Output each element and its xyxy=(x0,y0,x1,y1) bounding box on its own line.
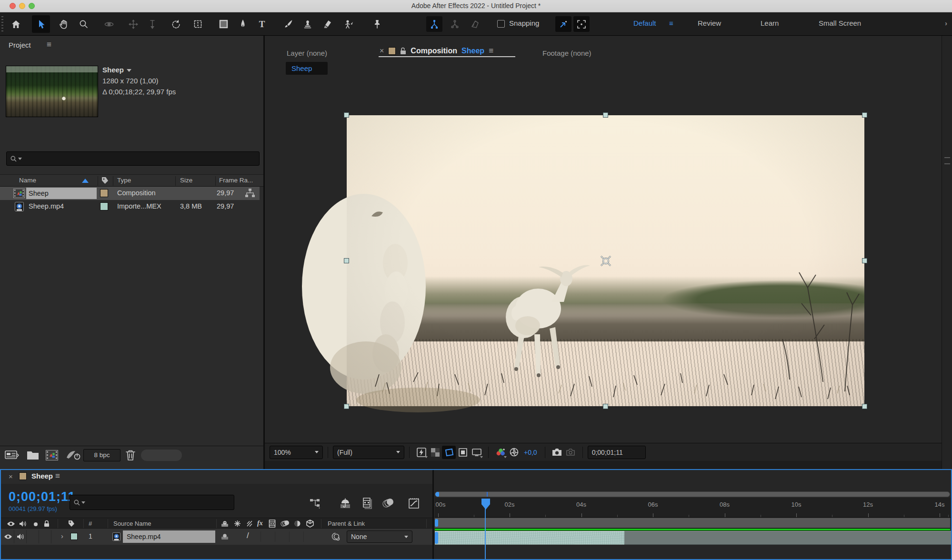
roto-brush-tool-button[interactable] xyxy=(340,15,358,33)
item-name-caret-icon[interactable] xyxy=(127,69,131,72)
resolution-select[interactable]: (Full) xyxy=(333,446,404,459)
parent-pickwhip-icon[interactable] xyxy=(331,532,340,540)
unlock-icon[interactable] xyxy=(400,47,406,55)
work-area-bar[interactable] xyxy=(435,518,950,528)
audio-icon[interactable] xyxy=(19,520,27,527)
channel-button[interactable] xyxy=(493,446,507,459)
region-of-interest-button[interactable] xyxy=(456,446,470,459)
take-snapshot-button[interactable] xyxy=(550,446,564,459)
toolbar-drag-handle[interactable] xyxy=(1,16,3,32)
motion-blur-button[interactable] xyxy=(381,497,395,510)
frame-blending-button[interactable] xyxy=(360,497,374,510)
new-folder-icon[interactable] xyxy=(27,450,39,460)
project-row-footage[interactable]: Sheep.mp4 Importe...MEX 3,8 MB 29,97 xyxy=(0,200,260,213)
dolly-camera-tool-button[interactable] xyxy=(143,15,161,33)
parent-link-select[interactable]: None xyxy=(347,530,412,543)
composition-name-cell[interactable]: Sheep xyxy=(26,188,97,199)
project-footer-scroll-pill[interactable] xyxy=(141,450,182,461)
project-item-thumbnail[interactable] xyxy=(6,66,98,117)
viewer-timecode-display[interactable]: 0;00;01;11 xyxy=(588,446,646,459)
composition-canvas-image[interactable] xyxy=(347,115,864,406)
project-row-composition[interactable]: Sheep Composition 29,97 xyxy=(0,187,260,200)
column-header-index[interactable]: # xyxy=(89,520,92,527)
pan-behind-tool-button[interactable] xyxy=(189,15,207,33)
column-header-name[interactable]: Name xyxy=(19,177,36,184)
navigator-start-handle[interactable] xyxy=(435,492,439,497)
search-options-caret-icon[interactable] xyxy=(18,158,22,160)
graph-editor-button[interactable] xyxy=(407,497,421,510)
layer-shy-icon[interactable] xyxy=(221,533,229,540)
layer-row[interactable]: › 1 Sheep.mp4 / None xyxy=(1,529,432,545)
fast-previews-button[interactable] xyxy=(414,446,428,459)
composition-mini-flowchart-button[interactable] xyxy=(308,497,322,510)
viewer-tab-composition[interactable]: × Composition Sheep ≡ xyxy=(380,46,493,56)
workspace-menu-icon[interactable]: ≡ xyxy=(669,19,673,27)
cube-3d-switch-icon[interactable] xyxy=(306,520,314,528)
layer-quality-switch[interactable]: / xyxy=(247,531,249,540)
project-panel-menu-icon[interactable]: ≡ xyxy=(47,40,51,50)
layer-expand-chevron[interactable]: › xyxy=(61,532,63,540)
type-tool-button[interactable]: T xyxy=(253,15,271,33)
hand-tool-button[interactable] xyxy=(54,15,72,33)
selection-handle-top-left[interactable] xyxy=(344,112,349,118)
frame-blend-switch-icon[interactable] xyxy=(269,520,276,528)
footage-label-swatch[interactable] xyxy=(100,202,108,210)
exposure-button[interactable] xyxy=(507,446,521,459)
clone-stamp-tool-button[interactable] xyxy=(299,15,317,33)
home-tool-button[interactable] xyxy=(7,15,25,33)
sort-ascending-icon[interactable] xyxy=(82,179,89,183)
draft-3d-button[interactable] xyxy=(338,497,352,510)
layer-in-point-handle[interactable] xyxy=(435,532,438,544)
puppet-pin-tool-button[interactable] xyxy=(368,15,386,33)
snap-to-features-button[interactable] xyxy=(573,16,590,32)
column-header-source-name[interactable]: Source Name xyxy=(113,520,151,527)
transparency-grid-button[interactable] xyxy=(428,446,442,459)
selection-follows-node-button[interactable] xyxy=(426,16,442,32)
collapsed-panels-rail[interactable] xyxy=(942,36,952,469)
search-options-caret-icon[interactable] xyxy=(81,501,85,504)
adjustment-layer-switch-icon[interactable] xyxy=(294,520,301,527)
interpret-footage-icon[interactable] xyxy=(5,450,19,460)
label-column-tag-icon[interactable] xyxy=(68,520,75,527)
solo-icon[interactable] xyxy=(33,522,38,527)
playhead-line[interactable] xyxy=(485,508,486,559)
selection-handle-bottom-left[interactable] xyxy=(344,404,349,409)
shape-tool-button[interactable] xyxy=(214,15,232,33)
selection-handle-bottom-right[interactable] xyxy=(862,404,867,409)
motion-blur-switch-icon[interactable] xyxy=(281,520,290,527)
composition-flowchart-button[interactable]: Sheep xyxy=(286,62,328,75)
layer-label-swatch[interactable] xyxy=(70,533,78,540)
project-color-depth-button[interactable]: 8 bpc xyxy=(83,449,120,461)
project-search-input[interactable] xyxy=(6,151,260,166)
viewer-tab-layer[interactable]: Layer (none) xyxy=(287,49,327,57)
timeline-panel-menu-icon[interactable]: ≡ xyxy=(55,471,60,481)
column-header-frame-rate[interactable]: Frame Ra... xyxy=(219,177,260,184)
show-snapshot-button[interactable] xyxy=(564,446,578,459)
timeline-search-input[interactable] xyxy=(70,495,234,510)
selection-handle-mid-left[interactable] xyxy=(344,258,349,263)
pan-camera-tool-button[interactable] xyxy=(124,15,142,33)
layer-source-name[interactable]: Sheep.mp4 xyxy=(123,530,215,543)
label-column-tag-icon[interactable] xyxy=(101,177,109,184)
rotation-tool-button[interactable] xyxy=(167,15,185,33)
eraser-tool-button[interactable] xyxy=(318,15,336,33)
mini-flowchart-icon[interactable] xyxy=(245,188,255,199)
pen-tool-button[interactable] xyxy=(234,15,252,33)
quality-switch-icon[interactable] xyxy=(246,520,253,527)
time-ruler[interactable]: 0:00s 02s 04s 06s 08s 10s 12s 14s xyxy=(435,498,951,518)
new-composition-icon[interactable] xyxy=(46,450,58,460)
layer-audio-toggle[interactable] xyxy=(14,530,27,543)
column-header-type[interactable]: Type xyxy=(117,177,131,184)
workspace-tab-learn[interactable]: Learn xyxy=(761,19,779,27)
roi-button[interactable] xyxy=(442,446,456,459)
orbit-camera-tool-button[interactable] xyxy=(100,15,118,33)
view-layout-button[interactable] xyxy=(470,446,483,459)
footage-name-cell[interactable]: Sheep.mp4 xyxy=(29,202,64,210)
selection-handle-top-right[interactable] xyxy=(862,112,867,118)
workspace-tab-small-screen[interactable]: Small Screen xyxy=(819,19,861,27)
composition-label-swatch[interactable] xyxy=(388,47,396,55)
fx-switch-icon[interactable]: fx xyxy=(257,520,263,527)
composition-label-swatch[interactable] xyxy=(100,189,108,197)
close-tab-icon[interactable]: × xyxy=(380,47,384,55)
snapping-checkbox[interactable] xyxy=(497,20,505,28)
